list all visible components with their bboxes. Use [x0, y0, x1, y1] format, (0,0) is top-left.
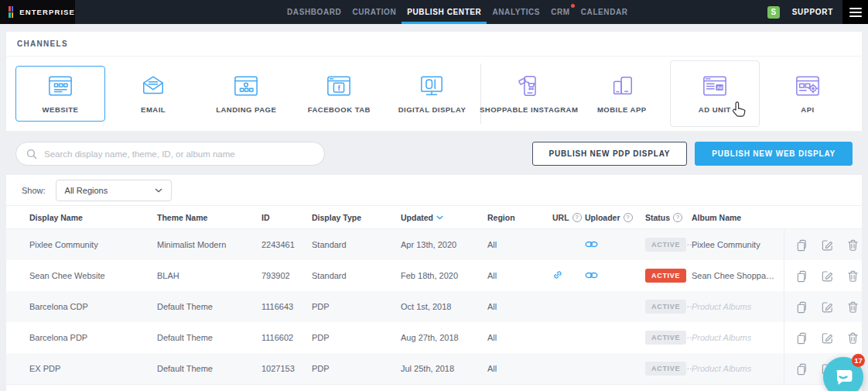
- nav-item-dashboard[interactable]: DASHBOARD: [287, 0, 341, 24]
- edit-icon[interactable]: [821, 238, 834, 252]
- cell-region: All: [487, 271, 552, 280]
- ad-unit-icon: [700, 74, 730, 98]
- edit-icon[interactable]: [821, 269, 834, 283]
- url-link-icon[interactable]: [552, 269, 563, 280]
- chat-unread-badge: 17: [852, 354, 865, 367]
- channel-mobile-app[interactable]: MOBILE APP: [577, 66, 667, 122]
- table-row: Barcelona PDP Default Theme 1116602 PDP …: [6, 322, 862, 353]
- column-header-uploader: Uploader?: [585, 213, 645, 222]
- cell-region: All: [487, 364, 552, 373]
- row-actions: [784, 291, 862, 322]
- cell-id: 1116643: [261, 302, 312, 311]
- cell-status: ACTIVE: [645, 362, 692, 376]
- channel-website[interactable]: WEBSITE: [15, 66, 105, 122]
- cell-display-type: Standard: [312, 240, 401, 249]
- table-row: Barcelona CDP Default Theme 1116643 PDP …: [6, 291, 862, 322]
- channel-facebook-tab[interactable]: FACEBOOK TAB: [294, 66, 384, 122]
- cell-theme-name: BLAH: [157, 271, 261, 280]
- channel-digital-display[interactable]: DIGITAL DISPLAY: [387, 66, 477, 122]
- cell-region: All: [487, 333, 552, 342]
- chat-widget-button[interactable]: 17: [823, 357, 863, 391]
- duplicate-icon[interactable]: [795, 331, 808, 345]
- duplicate-icon[interactable]: [795, 269, 808, 283]
- publish-new-pdp-display-button[interactable]: PUBLISH NEW PDP DISPLAY: [532, 142, 688, 166]
- column-header-region: Region: [487, 213, 552, 222]
- region-filter-row: Show: All Regions: [6, 175, 862, 206]
- cell-album-name: Product Albums: [692, 364, 784, 373]
- table-row: Sean Chee Website BLAH 793902 Standard F…: [6, 260, 862, 291]
- cell-uploader: [585, 271, 645, 281]
- cell-display-type: PDP: [312, 333, 401, 342]
- cell-status: ACTIVE: [645, 269, 692, 283]
- edit-icon[interactable]: [821, 300, 834, 314]
- digital-display-icon: [417, 74, 446, 98]
- cell-display-type: PDP: [312, 302, 401, 311]
- column-header-updated[interactable]: Updated: [401, 213, 487, 222]
- cell-status: ACTIVE: [645, 300, 692, 314]
- user-avatar-badge[interactable]: S: [767, 6, 780, 19]
- channel-ad-unit[interactable]: AD UNIT: [670, 60, 760, 127]
- publish-new-web-display-button[interactable]: PUBLISH NEW WEB DISPLAY: [695, 142, 853, 166]
- cell-updated: Apr 13th, 2020: [401, 240, 487, 249]
- row-actions: [784, 260, 862, 291]
- show-label: Show:: [22, 186, 46, 195]
- website-browser-icon: [46, 74, 75, 98]
- nav-item-calendar[interactable]: CALENDAR: [581, 0, 628, 24]
- primary-nav: DASHBOARD CURATION PUBLISH CENTER ANALYT…: [287, 0, 628, 24]
- nav-item-curation[interactable]: CURATION: [352, 0, 396, 24]
- channel-email[interactable]: EMAIL: [108, 66, 198, 122]
- toolbar-row: PUBLISH NEW PDP DISPLAY PUBLISH NEW WEB …: [6, 142, 862, 166]
- cell-region: All: [487, 240, 552, 249]
- cell-theme-name: Default Theme: [157, 364, 261, 373]
- delete-icon[interactable]: [846, 300, 859, 314]
- cell-updated: Aug 27th, 2018: [401, 333, 487, 342]
- url-help-icon[interactable]: ?: [572, 213, 582, 222]
- nav-item-crm[interactable]: CRM: [551, 0, 570, 24]
- duplicate-icon[interactable]: [795, 300, 808, 314]
- search-input[interactable]: [44, 149, 314, 159]
- mobile-app-icon: [607, 74, 637, 98]
- region-dropdown-value: All Regions: [65, 186, 108, 195]
- duplicate-icon[interactable]: [795, 362, 808, 376]
- nav-item-publish-center[interactable]: PUBLISH CENTER: [407, 0, 481, 24]
- cell-id: 793902: [261, 271, 312, 280]
- cell-updated: Oct 1st, 2018: [401, 302, 487, 311]
- cell-display-name: EX PDP: [29, 364, 157, 373]
- uploader-help-icon[interactable]: ?: [624, 213, 633, 222]
- delete-icon[interactable]: [846, 331, 859, 345]
- cell-album-name: Product Albums: [692, 302, 784, 311]
- cell-album-name: Sean Chee Shoppable ...: [692, 271, 784, 280]
- shoppable-instagram-icon: [514, 74, 544, 98]
- pixlee-logo-icon: [9, 6, 13, 18]
- brand-name: ENTERPRISE: [19, 8, 75, 16]
- channels-section-title: CHANNELS: [6, 32, 862, 57]
- cell-display-name: Barcelona PDP: [29, 333, 157, 342]
- edit-icon[interactable]: [821, 331, 834, 345]
- duplicate-icon[interactable]: [795, 238, 808, 252]
- cell-display-name: Pixlee Community: [29, 240, 157, 249]
- top-navigation-bar: ENTERPRISE DASHBOARD CURATION PUBLISH CE…: [0, 0, 868, 24]
- region-dropdown[interactable]: All Regions: [56, 180, 172, 201]
- uploader-chain-link-icon[interactable]: [585, 240, 598, 249]
- channel-api[interactable]: API: [763, 66, 853, 122]
- status-badge: ACTIVE: [645, 300, 686, 314]
- cell-updated: Feb 18th, 2020: [401, 271, 487, 280]
- column-header-album-name: Album Name: [692, 213, 784, 222]
- brand-logo-area[interactable]: ENTERPRISE: [0, 0, 75, 24]
- status-badge: ACTIVE: [645, 331, 686, 345]
- search-box[interactable]: [15, 142, 325, 166]
- landing-page-icon: [231, 74, 261, 98]
- hamburger-menu-icon[interactable]: [842, 0, 868, 24]
- uploader-chain-link-icon[interactable]: [585, 271, 598, 280]
- cell-region: All: [487, 302, 552, 311]
- delete-icon[interactable]: [846, 238, 859, 252]
- cell-url: [552, 269, 585, 282]
- cell-display-type: Standard: [312, 271, 401, 280]
- delete-icon[interactable]: [846, 269, 859, 283]
- channel-landing-page[interactable]: LANDING PAGE: [201, 66, 291, 122]
- support-link[interactable]: SUPPORT: [792, 8, 833, 16]
- column-header-display-type: Display Type: [312, 213, 401, 222]
- status-help-icon[interactable]: ?: [673, 213, 682, 222]
- channel-shoppable-instagram[interactable]: SHOPPABLE INSTAGRAM: [484, 66, 574, 122]
- nav-item-analytics[interactable]: ANALYTICS: [492, 0, 540, 24]
